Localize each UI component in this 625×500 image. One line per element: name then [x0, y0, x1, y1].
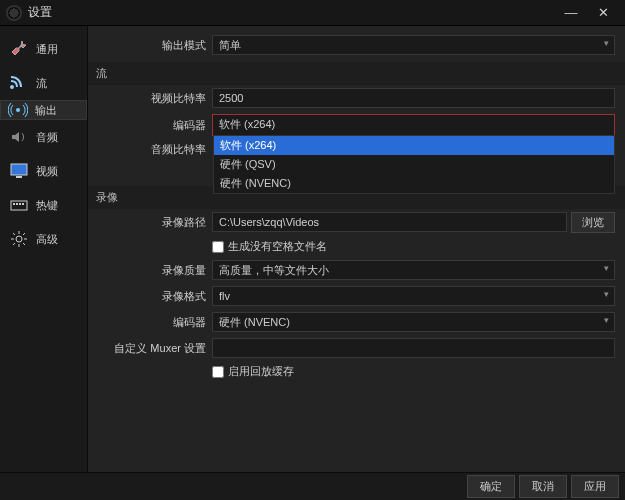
svg-rect-1 — [11, 164, 27, 175]
app-logo-icon — [6, 5, 22, 21]
encoder-label: 编码器 — [98, 118, 206, 133]
sidebar-item-video[interactable]: 视频 — [0, 154, 87, 188]
svg-rect-7 — [22, 203, 24, 205]
window-title: 设置 — [28, 4, 555, 21]
rec-format-label: 录像格式 — [98, 289, 206, 304]
svg-point-8 — [16, 236, 22, 242]
encoder-option[interactable]: 硬件 (QSV) — [214, 155, 614, 174]
encoder-option[interactable]: 软件 (x264) — [214, 136, 614, 155]
rec-path-input[interactable] — [212, 212, 567, 232]
keyboard-icon — [8, 194, 30, 216]
encoder-value: 软件 (x264) — [213, 115, 614, 135]
encoder-option[interactable]: 硬件 (NVENC) — [214, 174, 614, 193]
ok-button[interactable]: 确定 — [467, 475, 515, 498]
footer-buttons: 确定 取消 应用 — [0, 472, 625, 500]
rec-quality-label: 录像质量 — [98, 263, 206, 278]
muxer-input[interactable] — [212, 338, 615, 358]
browse-button[interactable]: 浏览 — [571, 212, 615, 233]
speaker-icon — [8, 126, 30, 148]
sidebar-item-hotkeys[interactable]: 热键 — [0, 188, 87, 222]
video-bitrate-input[interactable] — [212, 88, 615, 108]
gear-icon — [8, 228, 30, 250]
sidebar-item-label: 视频 — [36, 164, 58, 179]
sidebar-item-output[interactable]: 输出 — [0, 100, 87, 120]
monitor-icon — [8, 160, 30, 182]
encoder-select[interactable]: 软件 (x264) 软件 (x264) 硬件 (QSV) 硬件 (NVENC) — [212, 114, 615, 136]
nospace-checkbox[interactable] — [212, 241, 224, 253]
output-mode-select[interactable]: 简单 — [212, 35, 615, 55]
rec-encoder-select[interactable]: 硬件 (NVENC) — [212, 312, 615, 332]
muxer-label: 自定义 Muxer 设置 — [98, 341, 206, 356]
apply-button[interactable]: 应用 — [571, 475, 619, 498]
video-bitrate-label: 视频比特率 — [98, 91, 206, 106]
encoder-dropdown-list: 软件 (x264) 硬件 (QSV) 硬件 (NVENC) — [213, 135, 615, 194]
svg-rect-5 — [16, 203, 18, 205]
svg-rect-2 — [16, 176, 22, 178]
rec-path-label: 录像路径 — [98, 215, 206, 230]
sidebar-item-stream[interactable]: 流 — [0, 66, 87, 100]
content-panel: 输出模式 简单 流 视频比特率 编码器 软件 (x264) 软件 (x264) … — [88, 26, 625, 472]
sidebar-item-label: 热键 — [36, 198, 58, 213]
antenna-icon — [7, 99, 29, 121]
stream-section-header: 流 — [88, 62, 625, 85]
sidebar-item-label: 输出 — [35, 103, 57, 118]
audio-bitrate-label: 音频比特率 — [98, 142, 206, 157]
sidebar-item-label: 流 — [36, 76, 47, 91]
svg-rect-3 — [11, 201, 27, 210]
cancel-button[interactable]: 取消 — [519, 475, 567, 498]
sidebar-item-audio[interactable]: 音频 — [0, 120, 87, 154]
svg-rect-4 — [13, 203, 15, 205]
wrench-icon — [8, 38, 30, 60]
close-button[interactable]: ✕ — [587, 5, 619, 20]
replay-label: 启用回放缓存 — [228, 364, 294, 379]
sidebar: 通用 流 输出 音频 视频 热键 高级 — [0, 26, 88, 472]
sidebar-item-label: 通用 — [36, 42, 58, 57]
svg-rect-6 — [19, 203, 21, 205]
sidebar-item-label: 高级 — [36, 232, 58, 247]
svg-point-0 — [16, 108, 20, 112]
rec-format-select[interactable]: flv — [212, 286, 615, 306]
rec-quality-select[interactable]: 高质量，中等文件大小 — [212, 260, 615, 280]
title-bar: 设置 — ✕ — [0, 0, 625, 26]
rec-encoder-label: 编码器 — [98, 315, 206, 330]
minimize-button[interactable]: — — [555, 5, 587, 20]
sidebar-item-advanced[interactable]: 高级 — [0, 222, 87, 256]
replay-checkbox[interactable] — [212, 366, 224, 378]
output-mode-label: 输出模式 — [98, 38, 206, 53]
sidebar-item-general[interactable]: 通用 — [0, 32, 87, 66]
nospace-label: 生成没有空格文件名 — [228, 239, 327, 254]
stream-icon — [8, 72, 30, 94]
sidebar-item-label: 音频 — [36, 130, 58, 145]
